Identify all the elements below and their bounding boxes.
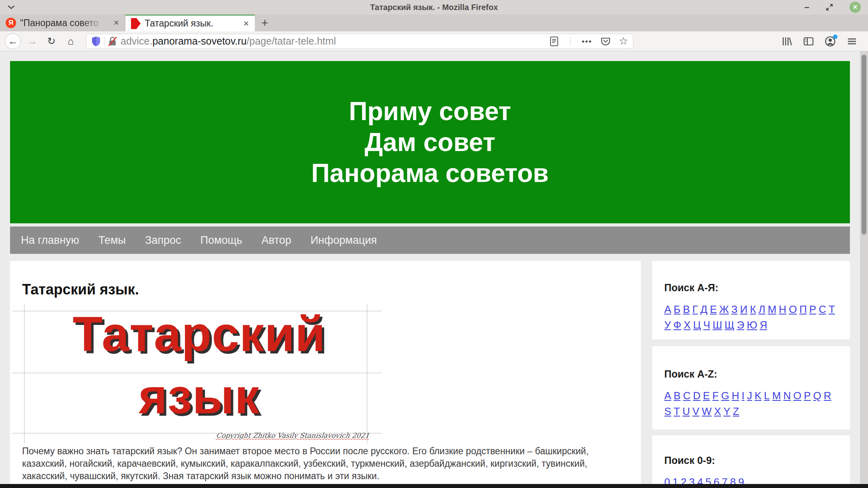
letter-link[interactable]: U [682, 405, 690, 418]
letter-link[interactable]: Щ [725, 319, 734, 331]
window-title: Татарский язык. - Mozilla Firefox [0, 3, 868, 12]
letter-link[interactable]: O [793, 390, 801, 402]
digit-link[interactable]: 4 [697, 476, 703, 484]
letter-link[interactable]: У [664, 319, 671, 331]
letter-link[interactable]: Э [737, 319, 744, 331]
letter-link[interactable]: Б [674, 303, 680, 316]
scrollbar-thumb[interactable] [862, 55, 866, 235]
letter-link[interactable]: А [664, 303, 671, 316]
letter-link[interactable]: И [740, 303, 748, 316]
home-button[interactable]: ⌂ [63, 33, 79, 49]
letter-link[interactable]: H [732, 390, 739, 402]
letter-link[interactable]: Л [758, 303, 765, 316]
letter-link[interactable]: Д [700, 303, 708, 316]
insecure-lock-icon[interactable] [108, 36, 117, 47]
tab-panorama-sovetov[interactable]: Я "Панорама совето ✕ [0, 14, 125, 31]
letter-link[interactable]: Я [760, 319, 767, 331]
page-actions-icon[interactable]: ••• [582, 37, 592, 46]
letter-link[interactable]: X [714, 405, 721, 418]
letter-link[interactable]: V [692, 405, 699, 418]
letter-link[interactable]: E [703, 390, 710, 402]
nav-link[interactable]: Информация [311, 234, 377, 247]
letter-link[interactable]: W [702, 405, 712, 418]
nav-link[interactable]: Автор [262, 234, 291, 247]
letter-link[interactable]: G [721, 390, 729, 402]
letter-link[interactable]: Г [692, 303, 698, 316]
url-text[interactable]: advice.panorama-sovetov.ru/page/tatar-te… [121, 35, 549, 47]
bookmark-star-icon[interactable]: ☆ [619, 35, 628, 47]
reload-button[interactable]: ↻ [43, 33, 59, 49]
digit-link[interactable]: 1 [672, 476, 678, 484]
letter-link[interactable]: T [674, 405, 680, 418]
nav-link[interactable]: Помощь [201, 234, 242, 247]
nav-link[interactable]: Темы [98, 234, 126, 247]
letter-link[interactable]: П [799, 303, 807, 316]
sidebars-icon[interactable] [803, 36, 814, 47]
tab-close-icon[interactable]: ✕ [243, 19, 249, 28]
nav-link[interactable]: Запрос [145, 234, 181, 247]
digit-link[interactable]: 8 [730, 476, 736, 484]
letter-link[interactable]: M [772, 390, 781, 402]
letter-link[interactable]: З [731, 303, 738, 316]
letter-link[interactable]: J [747, 390, 752, 402]
window-menu-chevron-icon[interactable] [7, 5, 15, 10]
letter-link[interactable]: В [683, 303, 690, 316]
url-bar[interactable]: advice.panorama-sovetov.ru/page/tatar-te… [86, 34, 633, 49]
letter-link[interactable]: Ц [693, 319, 701, 331]
letter-link[interactable]: Р [809, 303, 816, 316]
tracking-protection-shield-icon[interactable] [91, 36, 101, 47]
back-button[interactable]: ← [5, 33, 21, 49]
letter-link[interactable]: Q [813, 390, 821, 402]
account-icon[interactable] [825, 36, 836, 47]
letter-link[interactable]: F [712, 390, 719, 402]
letter-link[interactable]: P [804, 390, 811, 402]
letter-link[interactable]: Y [723, 405, 730, 418]
letter-link[interactable]: С [819, 303, 826, 316]
letter-link[interactable]: Ж [719, 303, 729, 316]
maximize-button[interactable] [825, 3, 833, 11]
letter-link[interactable]: Ч [703, 319, 710, 331]
nav-link[interactable]: На главную [21, 234, 79, 247]
pocket-icon[interactable] [600, 36, 611, 47]
letter-link[interactable]: Е [710, 303, 717, 316]
letter-link[interactable]: S [664, 405, 671, 418]
digit-link[interactable]: 3 [689, 476, 694, 484]
digit-link[interactable]: 6 [714, 476, 719, 484]
letter-link[interactable]: C [683, 390, 691, 402]
letter-link[interactable]: K [755, 390, 762, 402]
tab-close-icon[interactable]: ✕ [113, 18, 119, 27]
letter-link[interactable]: B [674, 390, 680, 402]
letter-link[interactable]: К [750, 303, 756, 316]
letter-link[interactable]: I [742, 390, 745, 402]
letter-link[interactable]: Т [829, 303, 835, 316]
letter-link[interactable]: R [824, 390, 831, 402]
digit-link[interactable]: 0 [664, 476, 670, 484]
letter-link[interactable]: Ш [712, 319, 722, 331]
letter-link[interactable]: Х [684, 319, 690, 331]
letter-link[interactable]: N [783, 390, 791, 402]
letter-link[interactable]: Z [733, 405, 739, 418]
tab-tatar-language[interactable]: Татарский язык. ✕ [125, 14, 255, 31]
letter-link[interactable]: A [664, 390, 671, 402]
letter-link[interactable]: D [693, 390, 700, 402]
letter-link[interactable]: L [764, 390, 770, 402]
letter-link[interactable]: Ф [674, 319, 682, 331]
library-icon[interactable] [781, 36, 792, 47]
digit-link[interactable]: 7 [722, 476, 727, 484]
menu-hamburger-icon[interactable] [846, 36, 858, 47]
digit-link[interactable]: 5 [705, 476, 711, 484]
letter-link[interactable]: О [789, 303, 797, 316]
letter-link[interactable]: Н [779, 303, 786, 316]
letter-link[interactable]: М [768, 303, 776, 316]
forward-button[interactable]: → [24, 33, 40, 49]
digit-link[interactable]: 9 [738, 476, 744, 484]
digit-link[interactable]: 2 [681, 476, 686, 484]
letter-link[interactable]: Ю [747, 319, 757, 331]
reader-mode-icon[interactable] [549, 36, 559, 47]
new-tab-button[interactable]: + [255, 14, 275, 31]
page-scrollbar[interactable] [860, 51, 868, 484]
minimize-button[interactable]: – [805, 5, 809, 9]
close-button[interactable]: ✕ [850, 2, 861, 13]
banner-line: Приму совет [10, 96, 850, 127]
firefox-window: Татарский язык. - Mozilla Firefox – ✕ Я … [0, 0, 868, 488]
